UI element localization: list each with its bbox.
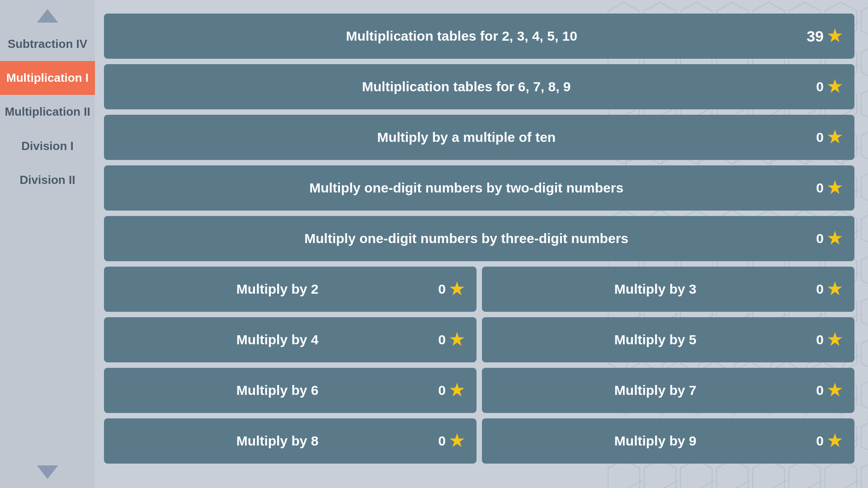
score-value: 39 [807,28,824,45]
up-arrow[interactable] [34,5,61,27]
btn-score: 39 ★ [807,27,842,46]
btn-mult-by-7[interactable]: Multiply by 7 0 ★ [482,368,854,413]
row-pair-4-5: Multiply by 4 0 ★ Multiply by 5 0 ★ [104,317,854,362]
btn-score: 0 ★ [438,330,464,349]
btn-label: Multiply by 4 [117,332,438,347]
star-icon: ★ [827,77,842,96]
score-value: 0 [816,433,824,449]
btn-score: 0 ★ [816,381,842,400]
score-value: 0 [438,282,446,297]
btn-label: Multiply one-digit numbers by two-digit … [117,180,816,196]
btn-mult-by-6[interactable]: Multiply by 6 0 ★ [104,368,476,413]
star-icon: ★ [827,280,842,299]
btn-label: Multiply by 7 [495,383,816,398]
sidebar-item-multiplication-i[interactable]: Multiplication I [0,61,95,95]
btn-label: Multiply by 8 [117,433,438,449]
sidebar-item-division-i[interactable]: Division I [0,129,95,163]
star-icon: ★ [827,330,842,349]
btn-mult-one-three[interactable]: Multiply one-digit numbers by three-digi… [104,216,854,261]
btn-mult-by-9[interactable]: Multiply by 9 0 ★ [482,418,854,464]
score-value: 0 [816,231,824,246]
row-pair-6-7: Multiply by 6 0 ★ Multiply by 7 0 ★ [104,368,854,413]
btn-mult-tables-6789[interactable]: Multiplication tables for 6, 7, 8, 9 0 ★ [104,64,854,109]
btn-score: 0 ★ [816,128,842,147]
score-value: 0 [438,332,446,347]
btn-label: Multiplication tables for 6, 7, 8, 9 [117,79,816,94]
btn-score: 0 ★ [438,381,464,400]
row-mult-multiple-ten: Multiply by a multiple of ten 0 ★ [104,115,854,160]
btn-score: 0 ★ [816,330,842,349]
score-value: 0 [816,180,824,196]
row-mult-tables-6789: Multiplication tables for 6, 7, 8, 9 0 ★ [104,64,854,109]
btn-label: Multiply by a multiple of ten [117,130,816,145]
star-icon: ★ [827,381,842,400]
btn-mult-multiple-ten[interactable]: Multiply by a multiple of ten 0 ★ [104,115,854,160]
star-icon: ★ [827,178,842,197]
star-icon: ★ [449,280,464,299]
btn-label: Multiply by 5 [495,332,816,347]
star-icon: ★ [827,128,842,147]
btn-label: Multiply one-digit numbers by three-digi… [117,231,816,246]
btn-score: 0 ★ [816,178,842,197]
score-value: 0 [816,130,824,145]
btn-label: Multiply by 9 [495,433,816,449]
star-icon: ★ [827,432,842,450]
btn-label: Multiply by 6 [117,383,438,398]
btn-score: 0 ★ [816,280,842,299]
btn-label: Multiplication tables for 2, 3, 4, 5, 10 [117,28,807,44]
btn-mult-by-2[interactable]: Multiply by 2 0 ★ [104,267,476,312]
btn-score: 0 ★ [438,432,464,450]
btn-score: 0 ★ [816,432,842,450]
sidebar-items: Subtraction IV Multiplication I Multipli… [0,27,95,461]
row-mult-one-three: Multiply one-digit numbers by three-digi… [104,216,854,261]
score-value: 0 [816,79,824,94]
sidebar-item-division-ii[interactable]: Division II [0,163,95,197]
star-icon: ★ [827,229,842,248]
main-content: Multiplication tables for 2, 3, 4, 5, 10… [95,0,868,488]
row-pair-8-9: Multiply by 8 0 ★ Multiply by 9 0 ★ [104,418,854,464]
down-arrow[interactable] [34,461,61,483]
sidebar-item-subtraction-iv[interactable]: Subtraction IV [0,27,95,61]
star-icon: ★ [449,381,464,400]
btn-mult-tables-2345[interactable]: Multiplication tables for 2, 3, 4, 5, 10… [104,14,854,59]
svg-marker-1 [37,465,58,479]
btn-mult-by-5[interactable]: Multiply by 5 0 ★ [482,317,854,362]
score-value: 0 [438,433,446,449]
btn-mult-by-8[interactable]: Multiply by 8 0 ★ [104,418,476,464]
btn-label: Multiply by 2 [117,282,438,297]
btn-label: Multiply by 3 [495,282,816,297]
row-pair-2-3: Multiply by 2 0 ★ Multiply by 3 0 ★ [104,267,854,312]
row-mult-tables-2345: Multiplication tables for 2, 3, 4, 5, 10… [104,14,854,59]
row-mult-one-two: Multiply one-digit numbers by two-digit … [104,165,854,211]
star-icon: ★ [449,432,464,450]
score-value: 0 [816,282,824,297]
btn-mult-by-4[interactable]: Multiply by 4 0 ★ [104,317,476,362]
btn-score: 0 ★ [816,229,842,248]
btn-mult-one-two[interactable]: Multiply one-digit numbers by two-digit … [104,165,854,211]
btn-score: 0 ★ [816,77,842,96]
star-icon: ★ [827,27,842,46]
sidebar-item-multiplication-ii[interactable]: Multiplication II [0,95,95,129]
sidebar: Subtraction IV Multiplication I Multipli… [0,0,95,488]
score-value: 0 [816,332,824,347]
btn-score: 0 ★ [438,280,464,299]
star-icon: ★ [449,330,464,349]
svg-marker-0 [37,9,58,23]
score-value: 0 [816,383,824,398]
score-value: 0 [438,383,446,398]
btn-mult-by-3[interactable]: Multiply by 3 0 ★ [482,267,854,312]
